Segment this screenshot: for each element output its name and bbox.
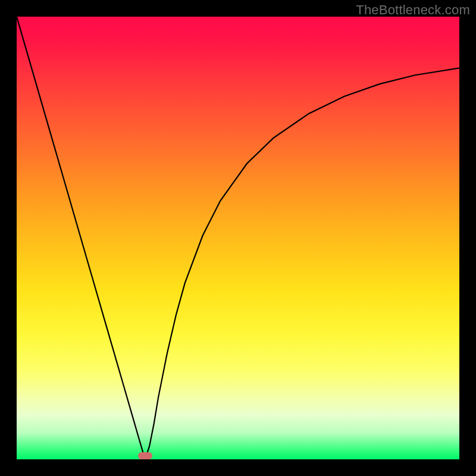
optimal-point-marker: [138, 452, 152, 459]
plot-area: [17, 17, 459, 459]
chart-frame: TheBottleneck.com: [0, 0, 476, 476]
attribution-watermark: TheBottleneck.com: [356, 2, 470, 18]
bottleneck-curve: [17, 17, 459, 459]
